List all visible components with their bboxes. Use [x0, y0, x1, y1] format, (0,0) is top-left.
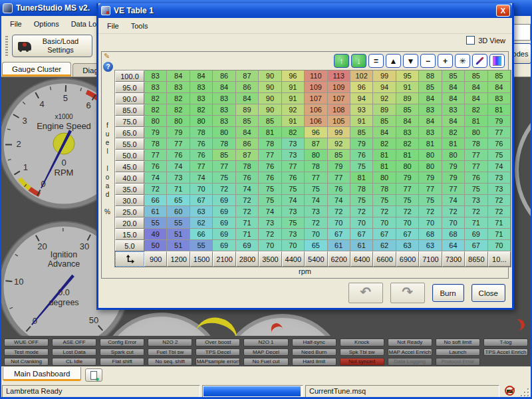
ve-cell[interactable]: 83 — [396, 127, 419, 138]
minus-icon[interactable]: − — [420, 54, 436, 68]
ve-cell[interactable]: 73 — [282, 229, 305, 240]
ve-cell[interactable]: 78 — [465, 138, 487, 150]
ve-cell[interactable]: 83 — [213, 93, 235, 104]
ve-cell[interactable]: 68 — [419, 229, 442, 240]
y-bin-header[interactable]: 45.0 — [115, 161, 144, 172]
ve-cell[interactable]: 51 — [167, 240, 190, 251]
ve-cell[interactable]: 69 — [213, 240, 235, 251]
ve-cell[interactable]: 65 — [167, 195, 190, 206]
ve-cell[interactable]: 70 — [373, 217, 396, 229]
ve-cell[interactable]: 79 — [488, 116, 511, 127]
ve-cell[interactable]: 87 — [236, 70, 259, 82]
y-bin-header[interactable]: 75.0 — [115, 116, 144, 127]
ve-cell[interactable]: 75 — [282, 184, 305, 195]
ve-cell[interactable]: 88 — [419, 70, 442, 82]
menu-file[interactable]: File — [4, 18, 28, 30]
ve-cell[interactable]: 64 — [442, 240, 465, 251]
ve-cell[interactable]: 72 — [259, 229, 281, 240]
ve-cell[interactable]: 60 — [167, 206, 190, 217]
ve-cell[interactable]: 108 — [328, 104, 350, 116]
ve-cell[interactable]: 61 — [144, 206, 167, 217]
ve-cell[interactable]: 73 — [282, 150, 305, 161]
ve-cell[interactable]: 66 — [190, 229, 213, 240]
ve-cell[interactable]: 69 — [213, 229, 235, 240]
ve-cell[interactable]: 74 — [144, 172, 167, 184]
ve-cell[interactable]: 67 — [328, 229, 350, 240]
ve-cell[interactable]: 80 — [373, 172, 396, 184]
ve-cell[interactable]: 50 — [144, 240, 167, 251]
ve-cell[interactable]: 74 — [167, 161, 190, 172]
ve-cell[interactable]: 85 — [328, 150, 350, 161]
ve-cell[interactable]: 75 — [350, 161, 373, 172]
ve-cell[interactable]: 76 — [190, 150, 213, 161]
ve-cell[interactable]: 96 — [305, 127, 327, 138]
ve-cell[interactable]: 74 — [236, 184, 259, 195]
plus-icon[interactable]: + — [438, 54, 453, 68]
y-bin-header[interactable]: 55.0 — [115, 138, 144, 150]
ve-cell[interactable]: 86 — [236, 82, 259, 93]
ve-cell[interactable]: 84 — [213, 82, 235, 93]
ve-cell[interactable]: 69 — [213, 206, 235, 217]
ve-cell[interactable]: 84 — [167, 70, 190, 82]
ve-cell[interactable]: 67 — [350, 229, 373, 240]
ve-cell[interactable]: 75 — [259, 184, 281, 195]
ve-cell[interactable]: 77 — [167, 138, 190, 150]
ve-cell[interactable]: 79 — [442, 161, 465, 172]
y-bin-header[interactable]: 90.0 — [115, 93, 144, 104]
ve-cell[interactable]: 72 — [236, 206, 259, 217]
ve-cell[interactable]: 74 — [305, 195, 327, 206]
ve-cell[interactable]: 76 — [236, 172, 259, 184]
ve-cell[interactable]: 92 — [373, 93, 396, 104]
y-bin-header[interactable]: 50.0 — [115, 150, 144, 161]
ve-cell[interactable]: 69 — [213, 195, 235, 206]
ve-cell[interactable]: 92 — [328, 138, 350, 150]
ve-cell[interactable]: 84 — [419, 93, 442, 104]
ve-cell[interactable]: 55 — [144, 217, 167, 229]
ve-cell[interactable]: 70 — [259, 240, 281, 251]
x-bin-header[interactable]: 4400 — [282, 251, 305, 267]
ve-cell[interactable]: 99 — [328, 127, 350, 138]
undo-button[interactable]: ↶ — [348, 283, 383, 303]
x-bin-header[interactable]: 5400 — [305, 251, 327, 267]
ve-cell[interactable]: 75 — [419, 195, 442, 206]
x-bin-header[interactable]: 7300 — [442, 251, 465, 267]
ve-cell[interactable]: 89 — [236, 104, 259, 116]
ve-cell[interactable]: 72 — [236, 195, 259, 206]
ve-cell[interactable]: 73 — [282, 138, 305, 150]
color-gradient-icon[interactable] — [489, 54, 505, 68]
ve-cell[interactable]: 78 — [259, 138, 281, 150]
increment-down-icon[interactable]: ↓ — [351, 54, 366, 68]
ve-cell[interactable]: 72 — [373, 206, 396, 217]
ve-cell[interactable]: 78 — [350, 184, 373, 195]
ve-cell[interactable]: 71 — [488, 217, 511, 229]
x-bin-header[interactable]: 6900 — [396, 251, 419, 267]
ve-cell[interactable]: 71 — [236, 229, 259, 240]
ve-cell[interactable]: 99 — [373, 70, 396, 82]
ve-cell[interactable]: 109 — [305, 82, 327, 93]
ve-cell[interactable]: 69 — [213, 217, 235, 229]
ve-cell[interactable]: 81 — [465, 116, 487, 127]
ve-cell[interactable]: 76 — [190, 138, 213, 150]
dialog-titlebar[interactable]: VE Table 1 X — [98, 3, 512, 18]
ve-cell[interactable]: 72 — [350, 206, 373, 217]
ve-cell[interactable]: 84 — [442, 116, 465, 127]
ve-cell[interactable]: 78 — [373, 184, 396, 195]
new-dashboard-button[interactable] — [85, 368, 102, 382]
ve-cell[interactable]: 79 — [419, 172, 442, 184]
ve-cell[interactable]: 90 — [259, 82, 281, 93]
ve-cell[interactable]: 70 — [488, 240, 511, 251]
ve-cell[interactable]: 76 — [259, 161, 281, 172]
ve-cell[interactable]: 95 — [396, 70, 419, 82]
ve-cell[interactable]: 107 — [305, 93, 327, 104]
ve-cell[interactable]: 83 — [190, 82, 213, 93]
y-bin-header[interactable]: 95.0 — [115, 82, 144, 93]
ve-cell[interactable]: 67 — [190, 195, 213, 206]
ve-cell[interactable]: 90 — [259, 70, 281, 82]
ve-cell[interactable]: 82 — [465, 104, 487, 116]
ve-cell[interactable]: 86 — [213, 70, 235, 82]
ve-cell[interactable]: 85 — [419, 82, 442, 93]
ve-cell[interactable]: 71 — [167, 184, 190, 195]
ve-cell[interactable]: 72 — [396, 206, 419, 217]
ve-cell[interactable]: 73 — [259, 217, 281, 229]
ve-cell[interactable]: 81 — [396, 150, 419, 161]
